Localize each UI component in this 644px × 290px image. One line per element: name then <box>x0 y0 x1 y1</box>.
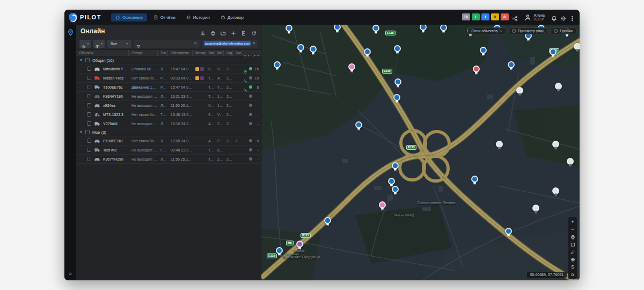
row-checkbox[interactable] <box>87 157 91 161</box>
row-checkbox[interactable] <box>87 67 91 71</box>
row-checkbox[interactable] <box>87 85 91 89</box>
row-checkbox[interactable] <box>87 112 91 117</box>
map-marker-white[interactable] <box>574 43 580 50</box>
map-marker-white[interactable] <box>516 87 523 94</box>
nav-item-отчёты[interactable]: Отчёты <box>149 13 180 21</box>
app-logo[interactable]: PILOT <box>69 13 101 21</box>
map-marker-blue[interactable] <box>274 61 281 68</box>
map-marker-blue[interactable] <box>471 176 478 183</box>
row-checkbox[interactable] <box>87 103 91 107</box>
map-marker-blue[interactable] <box>297 44 304 51</box>
column-header-icons <box>241 51 261 55</box>
map-marker-blue[interactable] <box>392 162 399 169</box>
zoom-in-button[interactable]: + <box>569 219 576 225</box>
nav-item-договор[interactable]: Договор <box>216 13 248 21</box>
table-row[interactable]: Mitsubishi PajeroСтоянка 00 д 5 ч 49 мин… <box>76 64 261 74</box>
map-marker-blue[interactable] <box>286 25 292 32</box>
print-map-button[interactable] <box>569 234 576 240</box>
map-marker-blue[interactable] <box>480 47 487 54</box>
map-marker-purple[interactable] <box>296 241 303 248</box>
row-checkbox[interactable] <box>87 148 91 152</box>
traffic-toggle[interactable]: Пробки <box>550 27 576 34</box>
add-file-icon[interactable] <box>241 28 246 34</box>
map-marker-pink[interactable] <box>379 201 386 208</box>
settings-gear-icon[interactable] <box>560 14 566 20</box>
map-marker-white[interactable] <box>532 205 539 212</box>
map-pin-tab-icon[interactable] <box>67 28 74 35</box>
map-marker-white[interactable] <box>552 187 559 194</box>
row-checkbox[interactable] <box>87 139 91 143</box>
group-checkbox[interactable] <box>85 58 90 62</box>
map-marker-blue[interactable] <box>364 48 371 55</box>
clusters-button[interactable] <box>569 256 576 263</box>
download-icon[interactable] <box>200 28 206 34</box>
select-area-button[interactable] <box>569 241 576 248</box>
table-row[interactable]: МТЗ-1523.3Нет связи более 3 мес.Тра...13… <box>76 110 261 119</box>
row-checkbox[interactable] <box>87 121 91 126</box>
kebab-menu-icon[interactable] <box>569 14 575 20</box>
email-filter-chip[interactable]: pogonina@pilot-telematics.com ✕ <box>202 40 258 48</box>
row-checkbox[interactable] <box>87 94 91 98</box>
view-settings-button[interactable]: ▼ <box>79 40 91 48</box>
street-view-toggle[interactable]: Просмотр улиц <box>508 27 548 34</box>
map-marker-blue[interactable] <box>276 247 283 254</box>
status-badge-4[interactable]: 8 <box>501 13 509 20</box>
map-canvas[interactable]: Ближние ПрудищиКосмосПрудищиСовхоз имени… <box>261 25 580 280</box>
clear-filter-icon[interactable]: ✕ <box>194 41 197 46</box>
draw-button[interactable] <box>569 249 576 255</box>
chevron-down-icon[interactable]: ▼ <box>79 59 83 62</box>
map-marker-blue[interactable] <box>388 178 395 185</box>
row-checkbox[interactable] <box>87 76 91 80</box>
map-search-button[interactable] <box>568 271 577 278</box>
refresh-icon[interactable] <box>251 28 257 34</box>
map-marker-white[interactable] <box>496 141 503 148</box>
folder-icon[interactable] <box>221 28 226 34</box>
map-marker-blue[interactable] <box>324 217 331 224</box>
map-marker-blue[interactable] <box>508 61 515 68</box>
map-marker-red[interactable] <box>473 66 480 73</box>
layers-dropdown[interactable]: Слои объектов▼ <box>467 27 506 34</box>
notifications-bell-icon[interactable] <box>551 14 557 20</box>
status-badge-1[interactable]: 1 <box>472 13 480 20</box>
filter-input[interactable] <box>143 42 192 46</box>
status-badge-2[interactable]: 1 <box>481 13 489 20</box>
map-marker-pink[interactable] <box>348 63 355 70</box>
map-marker-blue[interactable] <box>505 228 512 235</box>
map-marker-white[interactable] <box>552 141 559 148</box>
map-marker-blue[interactable] <box>310 46 317 53</box>
map-marker-blue[interactable] <box>355 121 362 128</box>
nav-item-основные[interactable]: Основные <box>111 13 147 21</box>
map-marker-white[interactable] <box>567 158 574 165</box>
nav-item-история[interactable]: История <box>182 13 214 21</box>
map-marker-blue[interactable] <box>394 78 401 85</box>
table-row[interactable]: Test wipНе выходил на связьГру...09:48 2… <box>76 146 261 155</box>
columns-button[interactable]: ▼ <box>93 40 105 48</box>
expand-panel-chevrons[interactable]: » <box>69 271 72 277</box>
group-checkbox[interactable] <box>85 130 90 134</box>
table-row[interactable]: K967YH190Не выходил на связьЛег...11:56 … <box>76 155 261 164</box>
zoom-out-button[interactable]: − <box>569 226 576 233</box>
map-marker-blue[interactable] <box>394 45 401 52</box>
group-select[interactable]: Все▼ <box>107 40 131 48</box>
group-header[interactable]: ▼Мои (3) <box>76 128 261 136</box>
map-marker-blue[interactable] <box>550 48 557 55</box>
map-marker-blue[interactable] <box>392 186 399 193</box>
share-icon[interactable] <box>512 14 518 20</box>
user-menu[interactable]: Алена 0,00 ₽ <box>524 13 545 21</box>
status-badge-3[interactable]: 0 <box>491 13 499 20</box>
remove-email-chip-icon[interactable]: ✕ <box>252 41 255 46</box>
status-badge-0[interactable]: 10 <box>462 13 470 20</box>
print-icon[interactable] <box>210 28 216 34</box>
group-header[interactable]: ▼Общая (10) <box>76 56 261 64</box>
add-icon[interactable] <box>231 28 236 34</box>
chevron-down-icon[interactable]: ▼ <box>79 130 83 134</box>
map-marker-blue[interactable] <box>393 94 400 101</box>
table-row[interactable]: P100PE161Нет связи более 12 днейЛег...12… <box>76 136 261 146</box>
table-row[interactable]: T100EE761Движение 143 км/чРеф...15:47 04… <box>76 83 261 92</box>
map-marker-white[interactable] <box>555 83 562 90</box>
map-marker-blue[interactable] <box>372 25 379 32</box>
table-row[interactable]: K934AY190Не выходил на связьЛег...16:21 … <box>76 92 261 101</box>
table-row[interactable]: Nissan TiidaНет связи более 8 часовРеф..… <box>76 74 261 83</box>
table-row[interactable]: Y225AMНе выходил на связьЛег...10:10 24.… <box>76 119 261 128</box>
table-row[interactable]: x934eaНе выходил на связьЛег...11:50 29.… <box>76 101 261 110</box>
